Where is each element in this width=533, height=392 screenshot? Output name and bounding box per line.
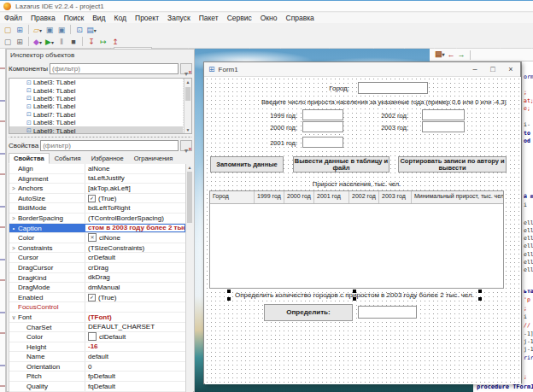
component-tree-item[interactable]: ⊡ Label7: TLabel <box>9 111 183 119</box>
jump-forward-icon[interactable]: → <box>458 50 466 61</box>
output-table-file-button[interactable]: Вывести данные в таблицу и файл <box>293 156 390 173</box>
property-row[interactable]: DragKinddkDrag <box>9 273 185 284</box>
selection-handle[interactable] <box>478 297 482 301</box>
component-tree-item[interactable]: ⊡ Label3: TLabel <box>9 79 183 86</box>
property-value[interactable]: default <box>85 352 185 361</box>
property-value[interactable]: (TControlBorderSpacing) <box>85 214 185 223</box>
property-value[interactable]: ✓(True) <box>85 194 185 203</box>
menu-item[interactable]: Проект <box>131 14 163 22</box>
view-forms-icon[interactable]: ⊞ <box>15 37 25 47</box>
city-input[interactable] <box>358 82 428 94</box>
save-data-button[interactable]: Запомнить данные <box>210 156 284 173</box>
scroll-up-icon[interactable]: ▲ <box>184 79 191 85</box>
property-row[interactable]: Height-16 <box>9 342 185 353</box>
scrollbar-thumb[interactable] <box>185 87 190 101</box>
filter-funnel-icon[interactable]: ▼ x <box>180 63 192 74</box>
inspector-splitter[interactable] <box>9 135 192 138</box>
property-row[interactable]: Namedefault <box>9 352 185 362</box>
dropdown-arrow-icon[interactable]: ▾ <box>39 28 42 33</box>
dropdown-arrow-icon[interactable]: ▾ <box>51 40 54 45</box>
determine-button[interactable]: Определить: <box>264 304 353 321</box>
property-value[interactable]: fqDefault <box>85 382 185 391</box>
step-out-icon[interactable]: ↥ <box>110 37 120 47</box>
pause-icon[interactable]: ‖ <box>56 37 67 47</box>
stop-icon[interactable]: ■ <box>68 37 79 47</box>
property-value[interactable]: crDrag <box>85 263 185 272</box>
scroll-down-icon[interactable]: ▼ <box>184 126 191 133</box>
expander-icon[interactable]: v <box>9 313 18 322</box>
checkbox-icon[interactable]: ✓ <box>88 294 96 301</box>
expander-icon[interactable]: > <box>9 243 18 253</box>
property-value[interactable] <box>85 302 185 312</box>
component-tree-item[interactable]: ⊡ Label8: TLabel <box>9 119 183 126</box>
properties-filter-input[interactable] <box>40 140 179 151</box>
property-value[interactable]: -16 <box>85 342 185 352</box>
dropdown-arrow-icon[interactable]: ▾ <box>94 28 97 33</box>
close-button[interactable]: × <box>505 64 517 75</box>
toggle-form-unit-icon[interactable]: ⊡ <box>74 25 85 35</box>
property-row[interactable]: >BorderSpacing(TControlBorderSpacing) <box>9 214 185 224</box>
property-row[interactable]: Color✕clNone <box>9 233 185 243</box>
menu-item[interactable]: Код <box>110 14 131 22</box>
component-tree-item[interactable]: ⊡ Label9: TLabel <box>9 126 183 134</box>
inspector-tab[interactable]: Свойства <box>9 153 50 164</box>
property-value[interactable]: fpDefault <box>85 372 185 381</box>
filter-funnel-icon[interactable]: ▼ x <box>180 140 192 151</box>
jump-back-icon[interactable]: ← <box>448 50 455 61</box>
menu-item[interactable]: Окно <box>256 14 282 22</box>
property-value[interactable]: ✕clNone <box>85 233 185 243</box>
save-all-icon[interactable]: ▣ <box>56 25 67 35</box>
year-2000-input[interactable] <box>302 121 343 132</box>
determine-result-input[interactable] <box>358 306 417 319</box>
form-client-area[interactable]: Город: Введите число прироста населения … <box>205 77 521 384</box>
property-value[interactable]: (TFont) <box>85 313 185 322</box>
menu-item[interactable]: Поиск <box>60 14 89 22</box>
property-value[interactable]: alNone <box>85 164 185 173</box>
maximize-button[interactable]: □ <box>487 64 499 75</box>
property-value[interactable]: crDefault <box>85 253 185 262</box>
property-row[interactable]: AutoSize✓(True) <box>9 194 185 204</box>
property-value[interactable]: 0 <box>85 362 185 372</box>
tree-scrollbar[interactable]: ▲ ▼ <box>184 79 191 133</box>
menu-item[interactable]: Вид <box>88 14 109 22</box>
property-row[interactable]: DragCursorcrDrag <box>9 263 185 273</box>
property-value[interactable]: clDefault <box>85 332 185 342</box>
dropdown-arrow-icon[interactable]: ▾ <box>39 40 42 45</box>
expander-icon[interactable]: > <box>9 214 18 223</box>
property-value[interactable]: (TSizeConstraints) <box>85 243 185 253</box>
menu-item[interactable]: Пакет <box>195 14 223 22</box>
property-value[interactable]: taLeftJustify <box>85 174 185 184</box>
expander-icon[interactable]: > <box>9 184 18 193</box>
property-row[interactable]: •Captionстом в 2003 году более 2 тыс. че… <box>9 224 185 234</box>
run-icon[interactable]: ▶▾ <box>44 37 55 47</box>
source-tab-icon[interactable]: ▤▾ <box>435 49 445 61</box>
property-value[interactable]: dkDrag <box>85 273 185 283</box>
menu-item[interactable]: Сервис <box>223 14 256 22</box>
property-value[interactable]: ✓(True) <box>85 293 185 302</box>
menu-item[interactable]: Файл <box>0 14 26 22</box>
minimize-button[interactable]: – <box>469 64 481 75</box>
properties-scrollbar[interactable]: ▲ <box>185 164 193 392</box>
build-mode-icon[interactable]: ▤▾ <box>86 25 97 35</box>
component-tree-item[interactable]: ⊡ Label6: TLabel <box>9 102 183 110</box>
selection-handle[interactable] <box>227 290 231 293</box>
menu-item[interactable]: Правка <box>26 14 60 22</box>
component-tree-item[interactable]: ⊡ Label4: TLabel <box>9 86 183 94</box>
menu-item[interactable]: Запуск <box>163 14 195 22</box>
change-class-icon[interactable]: ◆▾ <box>32 37 43 47</box>
inspector-tab[interactable]: Ограничения <box>129 153 179 164</box>
property-value[interactable]: dmManual <box>85 283 185 292</box>
property-value[interactable]: стом в 2003 году более 2 тыс. чел.… <box>85 224 185 233</box>
step-over-icon[interactable]: ↦ <box>98 37 108 47</box>
property-row[interactable]: BidiModebdLeftToRight <box>9 203 185 214</box>
property-value[interactable]: bdLeftToRight <box>85 203 185 213</box>
property-row[interactable]: CursorcrDefault <box>9 253 185 263</box>
sort-records-button[interactable]: Сортировать записи по автору и вывести <box>398 156 507 173</box>
year-1999-input[interactable] <box>302 109 343 120</box>
view-units-icon[interactable]: ▢ <box>3 37 13 47</box>
property-row[interactable]: >Constraints(TSizeConstraints) <box>9 243 185 254</box>
open-icon[interactable]: ▱▾ <box>32 25 43 35</box>
property-value[interactable]: [akTop,akLeft] <box>85 184 185 193</box>
property-value[interactable]: DEFAULT_CHARSET <box>85 323 185 332</box>
property-row[interactable]: >Anchors[akTop,akLeft] <box>9 184 185 194</box>
